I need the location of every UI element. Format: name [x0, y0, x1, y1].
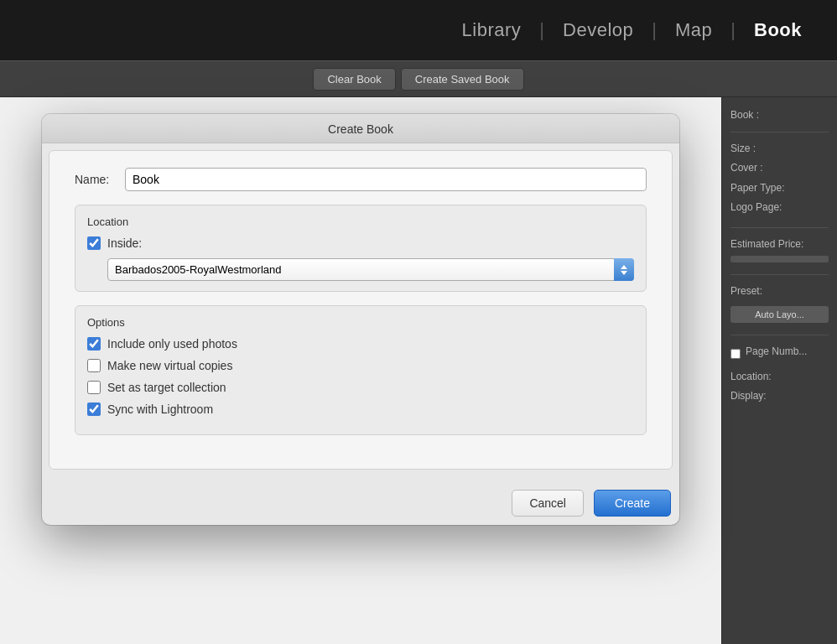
option-row-0: Include only used photos	[87, 337, 634, 351]
name-row: Name:	[75, 168, 647, 191]
inside-checkbox[interactable]	[87, 236, 101, 250]
nav-book[interactable]: Book	[736, 19, 820, 41]
nav-develop[interactable]: Develop	[544, 19, 652, 41]
location-select[interactable]: Barbados2005-RoyalWestmorland	[107, 258, 634, 281]
toolbar: Clear Book Create Saved Book	[0, 60, 837, 97]
dialog-body: Name: Location Inside:	[49, 150, 673, 470]
cancel-button[interactable]: Cancel	[512, 490, 584, 517]
divider-4	[730, 335, 829, 335]
option-checkbox-3[interactable]	[87, 402, 101, 416]
preset-label: Preset:	[730, 283, 829, 299]
create-book-dialog: Create Book Name: Location Inside:	[42, 114, 679, 525]
option-row-3: Sync with Lightroom	[87, 402, 634, 416]
location-label: Location:	[730, 369, 829, 385]
main-content: Create Book Name: Location Inside:	[0, 97, 837, 644]
divider-1	[730, 132, 829, 132]
location-section: Location Inside: Barbados2005-RoyalWestm…	[75, 205, 647, 292]
page-number-section: Page Numb... Location: Display:	[730, 344, 829, 404]
nav-library[interactable]: Library	[444, 19, 540, 41]
create-saved-book-button[interactable]: Create Saved Book	[401, 68, 524, 91]
option-label-0: Include only used photos	[107, 337, 237, 351]
name-input[interactable]	[125, 168, 647, 191]
cover-label: Cover :	[730, 160, 829, 176]
book-label: Book :	[730, 107, 829, 123]
option-row-1: Make new virtual copies	[87, 359, 634, 372]
display-label: Display:	[730, 388, 829, 404]
page-number-label: Page Numb...	[746, 344, 807, 360]
divider-2	[730, 227, 829, 228]
location-dropdown-row: Barbados2005-RoyalWestmorland	[107, 258, 634, 281]
paper-type-label: Paper Type:	[730, 180, 829, 196]
options-title: Options	[87, 316, 634, 329]
auto-layout-button[interactable]: Auto Layo...	[730, 306, 829, 323]
top-nav: Library | Develop | Map | Book	[0, 0, 837, 60]
divider-3	[730, 274, 829, 275]
location-select-wrapper: Barbados2005-RoyalWestmorland	[107, 258, 634, 281]
right-panel: Book : Size : Cover : Paper Type: Logo P…	[721, 97, 837, 644]
dialog-title: Create Book	[42, 114, 679, 143]
create-button[interactable]: Create	[594, 490, 671, 517]
size-label: Size :	[730, 141, 829, 157]
logo-page-label: Logo Page:	[730, 200, 829, 216]
clear-book-button[interactable]: Clear Book	[313, 68, 395, 91]
inside-label: Inside:	[107, 236, 142, 250]
location-title: Location	[87, 216, 634, 228]
dialog-footer: Cancel Create	[42, 476, 679, 525]
option-label-3: Sync with Lightroom	[107, 402, 213, 416]
nav-map[interactable]: Map	[657, 19, 730, 41]
dialog-overlay: Create Book Name: Location Inside:	[0, 97, 721, 644]
option-checkbox-2[interactable]	[87, 381, 101, 394]
option-label-2: Set as target collection	[107, 381, 226, 394]
options-section: Options Include only used photos Make ne…	[75, 305, 647, 435]
left-panel: Create Book Name: Location Inside:	[0, 97, 721, 644]
preset-section: Preset: Auto Layo...	[730, 283, 829, 323]
price-bar	[730, 256, 829, 262]
option-row-2: Set as target collection	[87, 381, 634, 394]
estimated-price-section: Estimated Price:	[730, 236, 829, 262]
option-checkbox-1[interactable]	[87, 359, 101, 372]
right-panel-book-section: Book : Size : Cover : Paper Type: Logo P…	[730, 107, 829, 216]
nav-items: Library | Develop | Map | Book	[444, 19, 820, 41]
page-number-checkbox[interactable]	[730, 349, 741, 359]
option-label-1: Make new virtual copies	[107, 359, 232, 372]
option-checkbox-0[interactable]	[87, 337, 101, 351]
name-label: Name:	[75, 173, 117, 186]
estimated-price-label: Estimated Price:	[730, 236, 829, 252]
inside-row: Inside:	[87, 236, 634, 250]
page-number-row: Page Numb...	[730, 344, 829, 363]
